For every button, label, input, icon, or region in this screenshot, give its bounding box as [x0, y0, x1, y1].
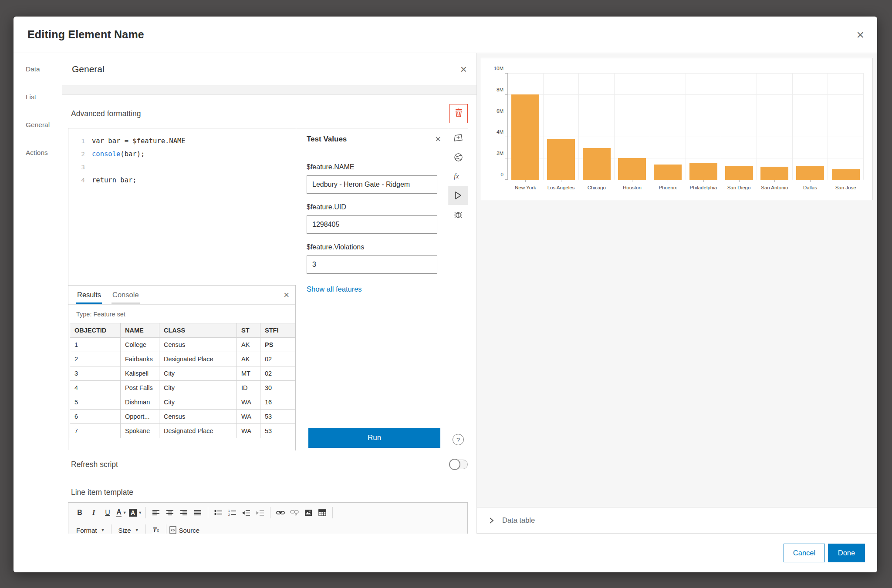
- show-all-features-link[interactable]: Show all features: [307, 285, 362, 293]
- fx-icon[interactable]: fx: [448, 167, 468, 186]
- unlink-icon[interactable]: [288, 506, 301, 519]
- bar-new-york[interactable]: [511, 94, 539, 180]
- bar-san-antonio[interactable]: [760, 167, 788, 180]
- dialog-header: Editing Element Name ×: [14, 17, 877, 53]
- dialog-close-icon[interactable]: ×: [856, 28, 864, 41]
- collapsed-section-band: [62, 85, 476, 95]
- text-color-icon[interactable]: A▼: [115, 506, 128, 519]
- results-close-icon[interactable]: ×: [284, 290, 289, 300]
- align-left-icon[interactable]: [149, 506, 162, 519]
- test-value-input[interactable]: [307, 215, 437, 234]
- table-cell: College: [121, 338, 159, 352]
- table-cell: 3: [70, 366, 121, 381]
- chart-category-slot: San Antonio: [757, 74, 793, 180]
- source-button[interactable]: Source: [169, 526, 200, 534]
- bullet-list-icon[interactable]: [212, 506, 225, 519]
- format-dropdown-label: Format: [76, 527, 97, 534]
- data-table-label: Data table: [502, 516, 535, 524]
- table-cell: City: [159, 395, 237, 410]
- svg-text:1: 1: [228, 509, 230, 512]
- delete-script-button[interactable]: [449, 104, 468, 123]
- line-number: 1: [68, 138, 92, 144]
- remove-format-icon[interactable]: Tx: [149, 524, 162, 534]
- table-cell: 53: [260, 424, 296, 438]
- table-icon[interactable]: [316, 506, 329, 519]
- bar-san-jose[interactable]: [832, 169, 860, 180]
- code-line[interactable]: 2console(bar);: [68, 148, 296, 161]
- code-line[interactable]: 4return bar;: [68, 174, 296, 187]
- outdent-icon[interactable]: [253, 506, 267, 519]
- bg-color-icon[interactable]: A▼: [129, 506, 142, 519]
- code-line[interactable]: 1var bar = $feature.NAME: [68, 134, 296, 148]
- refresh-script-toggle[interactable]: [449, 460, 468, 469]
- sidebar-item-general[interactable]: General: [14, 116, 62, 134]
- bar-phoenix[interactable]: [654, 165, 682, 180]
- bug-icon[interactable]: [448, 205, 468, 224]
- trash-icon: [454, 108, 463, 120]
- bar-los-angeles[interactable]: [547, 139, 575, 180]
- run-button[interactable]: Run: [308, 428, 440, 448]
- table-cell: Fairbanks: [121, 352, 159, 366]
- format-dropdown[interactable]: Format ▼: [73, 527, 108, 534]
- data-table-expander[interactable]: Data table: [477, 507, 877, 534]
- align-center-icon[interactable]: [163, 506, 176, 519]
- italic-icon[interactable]: I: [87, 506, 100, 519]
- results-panel: Results Console × Type: Feature set OBJE…: [68, 285, 296, 450]
- test-value-input[interactable]: [307, 255, 437, 274]
- justify-icon[interactable]: [191, 506, 204, 519]
- numbered-list-icon[interactable]: 12: [226, 506, 239, 519]
- bold-icon[interactable]: B: [73, 506, 86, 519]
- chart-category-slot: Chicago: [579, 74, 615, 180]
- bar-san-diego[interactable]: [725, 166, 753, 180]
- chart-category-slot: Phoenix: [650, 74, 686, 180]
- globe-icon[interactable]: [448, 148, 468, 167]
- image-icon[interactable]: [302, 506, 315, 519]
- panel-close-icon[interactable]: ×: [460, 64, 467, 75]
- bar-houston[interactable]: [618, 158, 646, 180]
- bar-chart-card: 02M4M6M8M10MNew YorkLos AngelesChicagoHo…: [481, 58, 873, 200]
- results-table: OBJECTIDNAMECLASSSTSTFI1CollegeCensusAKP…: [70, 323, 296, 438]
- test-value-input[interactable]: [307, 175, 437, 194]
- toolbar-separator: [270, 507, 270, 518]
- y-axis-label: 6M: [497, 108, 503, 114]
- table-cell: Spokane: [121, 424, 159, 438]
- done-button[interactable]: Done: [828, 544, 865, 562]
- table-header-cell: STFI: [260, 323, 296, 338]
- table-cell: Designated Place: [159, 424, 237, 438]
- tab-console[interactable]: Console: [112, 286, 140, 304]
- chart-category-slot: Houston: [615, 74, 650, 180]
- sidebar-item-data[interactable]: Data: [14, 60, 62, 78]
- play-icon[interactable]: [448, 186, 468, 205]
- x-axis-tick: [632, 180, 632, 182]
- test-value-field-label: $feature.Violations: [307, 243, 437, 251]
- general-panel: General × Advanced formatting: [62, 53, 476, 534]
- code-token: var bar = $feature.NAME: [92, 137, 186, 145]
- indent-icon[interactable]: [240, 506, 253, 519]
- underline-icon[interactable]: U: [101, 506, 114, 519]
- x-axis-label: San Jose: [835, 185, 856, 190]
- bar-dallas[interactable]: [796, 166, 824, 180]
- chevron-down-icon: ▼: [101, 528, 105, 532]
- table-cell: MT: [237, 366, 260, 381]
- cancel-button[interactable]: Cancel: [784, 544, 825, 562]
- x-axis-label: Dallas: [803, 185, 817, 190]
- chart-category-slot: Dallas: [793, 74, 828, 180]
- align-right-icon[interactable]: [177, 506, 190, 519]
- code-line[interactable]: 3: [68, 161, 296, 174]
- x-axis-label: Houston: [623, 185, 642, 190]
- size-dropdown[interactable]: Size ▼: [115, 527, 142, 534]
- help-icon[interactable]: ?: [453, 434, 464, 445]
- bar-philadelphia[interactable]: [689, 163, 717, 180]
- test-values-close-icon[interactable]: ×: [435, 134, 441, 144]
- sidebar-item-actions[interactable]: Actions: [14, 144, 62, 162]
- link-icon[interactable]: [274, 506, 287, 519]
- table-cell: 7: [70, 424, 121, 438]
- chevron-down-icon: ▼: [135, 528, 139, 532]
- tab-results[interactable]: Results: [76, 286, 102, 304]
- bar-chicago[interactable]: [583, 148, 611, 180]
- line-number: 2: [68, 151, 92, 158]
- add-expression-icon[interactable]: [448, 128, 468, 148]
- chart-category-slot: San Diego: [721, 74, 757, 180]
- sidebar-item-list[interactable]: List: [14, 88, 62, 106]
- arcade-script-editor[interactable]: 1var bar = $feature.NAME2console(bar);34…: [68, 128, 468, 450]
